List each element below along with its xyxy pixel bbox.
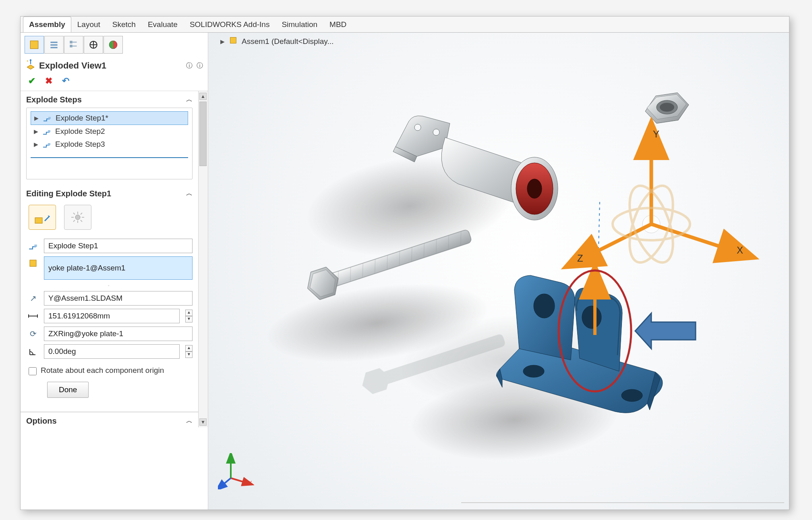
svg-point-8 [30, 59, 31, 61]
angle-up[interactable]: ▲ [185, 345, 193, 352]
collapse-icon[interactable]: ︿ [186, 189, 193, 198]
svg-rect-10 [48, 117, 51, 119]
distance-down[interactable]: ▼ [185, 316, 193, 322]
property-manager-tab-icon[interactable] [44, 36, 64, 54]
svg-point-50 [582, 306, 601, 329]
svg-rect-12 [48, 143, 50, 145]
confirm-row: ✔ ✖ ↶ [21, 74, 208, 91]
tab-simulation[interactable]: Simulation [276, 17, 323, 32]
explode-step-row[interactable]: ▶ Explode Step2 [31, 125, 188, 138]
dim-manager-tab-icon[interactable] [84, 36, 103, 54]
rotate-checkbox[interactable] [29, 367, 37, 375]
explode-steps-head[interactable]: Explode Steps ︿ [21, 91, 198, 108]
svg-rect-16 [30, 260, 36, 266]
tab-assembly[interactable]: Assembly [23, 17, 71, 32]
collapse-icon[interactable]: ︿ [186, 417, 193, 425]
svg-point-49 [534, 294, 555, 318]
hex-nut-part[interactable] [645, 93, 689, 123]
svg-point-48 [621, 389, 642, 401]
solidworks-window: Assembly Layout Sketch Evaluate SOLIDWOR… [20, 16, 789, 510]
svg-rect-5 [70, 45, 72, 48]
distance-icon [26, 309, 40, 323]
rotate-checkbox-row: Rotate about each component origin [26, 362, 193, 379]
direction-icon: ↗ [26, 291, 40, 305]
explode-steps-label: Explode Steps [26, 95, 82, 104]
distance-field[interactable] [44, 309, 180, 323]
distance-up[interactable]: ▲ [185, 310, 193, 316]
editing-step-label: Editing Explode Step1 [26, 189, 111, 198]
regular-step-button[interactable] [29, 205, 56, 230]
editing-step-body: ◦ ↗ ▲ ▼ [21, 202, 198, 406]
appearance-tab-icon[interactable] [104, 36, 123, 54]
config-manager-tab-icon[interactable] [64, 36, 83, 54]
ref-y: Y [229, 453, 233, 459]
step-name-input [26, 239, 193, 253]
ok-icon[interactable]: ✔ [26, 75, 37, 87]
component-field[interactable] [44, 256, 193, 280]
triad-z-label: Z [577, 253, 583, 264]
explode-step-row[interactable]: ▶ Explode Step3 [31, 138, 188, 151]
step-icon [26, 239, 40, 253]
scroll-thumb[interactable] [199, 102, 207, 166]
scroll-down-icon[interactable]: ▼ [199, 418, 207, 426]
graphics-viewport[interactable]: ▶ Assem1 (Default<Display... [208, 33, 789, 510]
annotation-blue-arrow [635, 313, 696, 349]
done-button[interactable]: Done [47, 382, 89, 398]
viewport-bottom-divider [461, 502, 784, 503]
direction-field[interactable] [44, 291, 193, 306]
tab-mbd[interactable]: MBD [323, 17, 352, 32]
property-manager-panel: Exploded View1 ⓘ ⓘ ✔ ✖ ↶ Explode Steps ︿ [21, 33, 208, 510]
step-icon [42, 140, 51, 148]
expand-icon[interactable]: ▶ [34, 115, 39, 121]
triad-y-label: Y [653, 129, 659, 139]
step-name-field[interactable] [44, 239, 193, 253]
tab-layout[interactable]: Layout [71, 17, 106, 32]
panel-tab-toolbar [21, 33, 208, 56]
distance-input: ▲ ▼ [26, 309, 193, 323]
editing-step-head[interactable]: Editing Explode Step1 ︿ [21, 185, 198, 202]
svg-rect-15 [34, 245, 37, 247]
expand-icon[interactable]: ▶ [34, 141, 38, 148]
rotation-axis-icon: ⟳ [26, 327, 40, 341]
full-help-icon[interactable]: ⓘ [197, 62, 203, 70]
angle-field[interactable] [44, 344, 180, 359]
rotation-ref-field[interactable] [44, 327, 193, 341]
scroll-up-icon[interactable]: ▲ [199, 93, 207, 100]
tab-evaluate[interactable]: Evaluate [142, 17, 184, 32]
step-label: Explode Step2 [55, 127, 105, 136]
tab-sketch[interactable]: Sketch [106, 17, 142, 32]
step-icon [42, 127, 51, 135]
tab-addins[interactable]: SOLIDWORKS Add-Ins [184, 17, 276, 32]
svg-rect-0 [30, 41, 38, 49]
command-manager-tabs: Assembly Layout Sketch Evaluate SOLIDWOR… [21, 17, 789, 33]
expand-icon[interactable]: ▶ [34, 128, 38, 135]
undo-icon[interactable]: ↶ [60, 75, 71, 87]
selection-gripper[interactable]: ◦ [26, 283, 193, 288]
triad-x-label: X [737, 245, 743, 256]
direction-input: ↗ [26, 291, 193, 306]
svg-point-38 [414, 124, 421, 131]
content-area: Exploded View1 ⓘ ⓘ ✔ ✖ ↶ Explode Steps ︿ [21, 33, 789, 510]
radial-step-button[interactable] [64, 205, 91, 230]
svg-rect-4 [70, 41, 72, 44]
collapse-icon[interactable]: ︿ [186, 96, 193, 104]
feature-manager-tab-icon[interactable] [25, 36, 44, 54]
svg-rect-13 [35, 218, 42, 223]
step-icon [43, 114, 52, 122]
angle-down[interactable]: ▼ [185, 352, 193, 358]
cancel-icon[interactable]: ✖ [43, 75, 54, 87]
panel-title-row: Exploded View1 ⓘ ⓘ [21, 56, 208, 74]
ref-z: Z [218, 484, 221, 489]
explode-steps-list: ▶ Explode Step1* ▶ Explode Step2 ▶ [26, 108, 193, 179]
svg-rect-1 [50, 42, 57, 43]
exploded-view-icon [25, 59, 36, 72]
svg-line-53 [651, 224, 732, 250]
options-head[interactable]: Options ︿ [21, 412, 198, 427]
panel-scrollbar[interactable]: ▲ ▼ [198, 91, 208, 427]
component-input [26, 256, 193, 280]
explode-step-row[interactable]: ▶ Explode Step1* [31, 111, 188, 125]
svg-rect-2 [50, 44, 57, 46]
steps-divider [31, 157, 188, 158]
help-icon[interactable]: ⓘ [186, 62, 193, 70]
viewport-svg: Y X Z [208, 33, 780, 496]
